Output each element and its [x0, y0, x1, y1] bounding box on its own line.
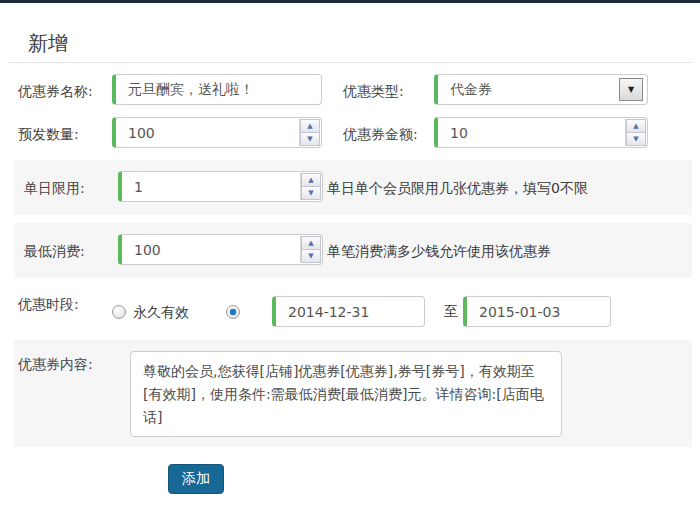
page-title: 新增: [28, 30, 68, 57]
top-navbar-edge: [0, 0, 700, 3]
coupon-type-selected-value: 代金券: [438, 81, 647, 99]
issue-count-spinner: ▲ ▼: [299, 119, 320, 146]
spinner-down-icon: ▼: [308, 253, 313, 260]
min-spend-label: 最低消费:: [24, 243, 85, 261]
spinner-up-button[interactable]: ▲: [300, 119, 320, 133]
period-label: 优惠时段:: [18, 296, 79, 314]
coupon-name-field: [112, 74, 322, 105]
spinner-down-button[interactable]: ▼: [626, 133, 646, 146]
daily-limit-hint: 单日单个会员限用几张优惠券，填写0不限: [327, 180, 588, 198]
daily-limit-label: 单日限用:: [24, 180, 85, 198]
coupon-amount-input[interactable]: [438, 118, 647, 147]
start-date-input[interactable]: [276, 297, 424, 326]
title-divider: [8, 62, 692, 63]
chevron-down-icon: ▼: [628, 86, 634, 94]
content-field: 尊敬的会员,您获得[店铺]优惠券[优惠券],券号[券号]，有效期至[有效期]，使…: [130, 351, 562, 437]
coupon-amount-field: ▲ ▼: [434, 117, 648, 148]
issue-count-label: 预发数量:: [18, 126, 79, 144]
spinner-up-button[interactable]: ▲: [301, 173, 321, 187]
spinner-up-icon: ▲: [633, 123, 638, 130]
coupon-amount-label: 优惠券金额:: [343, 126, 418, 144]
coupon-name-label: 优惠券名称:: [18, 83, 93, 101]
issue-count-field: ▲ ▼: [112, 117, 322, 148]
coupon-amount-spinner: ▲ ▼: [625, 119, 646, 146]
coupon-type-select[interactable]: 代金券 ▼: [434, 74, 648, 105]
add-button[interactable]: 添加: [168, 464, 224, 494]
min-spend-hint: 单笔消费满多少钱允许使用该优惠券: [327, 243, 551, 261]
permanent-radio-label: 永久有效: [133, 304, 189, 322]
spinner-down-button[interactable]: ▼: [300, 133, 320, 146]
spinner-up-button[interactable]: ▲: [301, 236, 321, 250]
daily-limit-spinner: ▲ ▼: [300, 173, 321, 200]
spinner-down-icon: ▼: [307, 136, 312, 143]
daily-limit-field: ▲ ▼: [118, 171, 323, 202]
spinner-down-icon: ▼: [308, 190, 313, 197]
daily-limit-input[interactable]: [122, 172, 322, 201]
date-range-separator: 至: [444, 303, 458, 321]
end-date-field: [463, 296, 611, 327]
date-range-radio[interactable]: [226, 305, 240, 319]
permanent-radio[interactable]: [112, 305, 126, 319]
spinner-up-icon: ▲: [307, 123, 312, 130]
coupon-add-page: 新增 优惠券名称: 优惠类型: 代金券 ▼ 预发数量: ▲ ▼ 优惠券金额: ▲…: [0, 0, 700, 507]
min-spend-input[interactable]: [122, 235, 322, 264]
spinner-up-icon: ▲: [308, 240, 313, 247]
spinner-down-button[interactable]: ▼: [301, 250, 321, 263]
min-spend-field: ▲ ▼: [118, 234, 323, 265]
issue-count-input[interactable]: [116, 118, 321, 147]
spinner-down-button[interactable]: ▼: [301, 187, 321, 200]
end-date-input[interactable]: [467, 297, 610, 326]
select-dropdown-button[interactable]: ▼: [619, 78, 643, 101]
min-spend-spinner: ▲ ▼: [300, 236, 321, 263]
spinner-down-icon: ▼: [633, 136, 638, 143]
coupon-type-label: 优惠类型:: [343, 83, 404, 101]
content-label: 优惠券内容:: [18, 356, 93, 374]
spinner-up-button[interactable]: ▲: [626, 119, 646, 133]
coupon-name-input[interactable]: [116, 75, 321, 104]
content-textarea[interactable]: 尊敬的会员,您获得[店铺]优惠券[优惠券],券号[券号]，有效期至[有效期]，使…: [131, 352, 561, 436]
spinner-up-icon: ▲: [308, 177, 313, 184]
start-date-field: [272, 296, 425, 327]
